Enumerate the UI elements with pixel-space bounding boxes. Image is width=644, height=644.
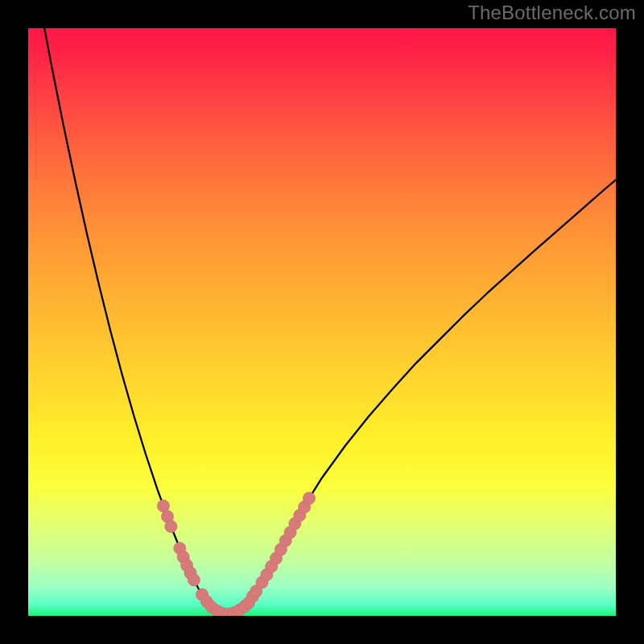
data-marker [188, 574, 200, 586]
marker-group [157, 492, 315, 616]
chart-frame: TheBottleneck.com [0, 0, 644, 644]
data-marker [303, 492, 315, 504]
bottleneck-curve [28, 28, 616, 614]
plot-area [28, 28, 616, 616]
chart-svg [28, 28, 616, 616]
watermark-label: TheBottleneck.com [468, 2, 636, 24]
data-marker [165, 520, 177, 532]
